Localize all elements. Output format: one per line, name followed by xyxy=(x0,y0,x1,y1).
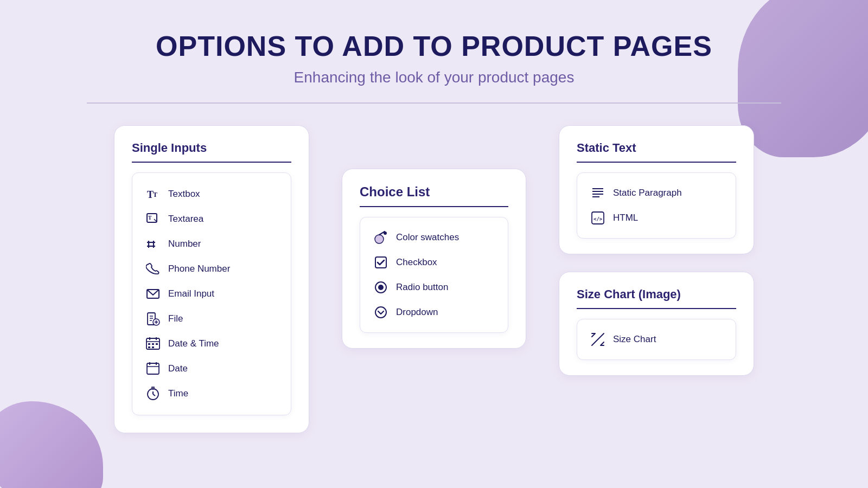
choice-list-items: Color swatches Checkbox xyxy=(360,217,508,333)
size-chart-items: Size Chart xyxy=(577,319,736,360)
list-item[interactable]: Email Input xyxy=(143,281,280,306)
list-item[interactable]: Static Paragraph xyxy=(588,181,725,206)
list-item[interactable]: Date xyxy=(143,356,280,381)
static-text-card: Static Text Static Para xyxy=(559,125,754,254)
list-item[interactable]: Phone Number xyxy=(143,256,280,281)
file-icon xyxy=(145,311,161,326)
number-icon xyxy=(145,236,161,252)
list-item-label: Textbox xyxy=(168,189,200,200)
choice-list-card: Choice List Color swatches xyxy=(342,169,526,349)
header-divider xyxy=(87,102,781,104)
right-column: Static Text Static Para xyxy=(559,125,754,376)
list-item-label: Textarea xyxy=(168,214,203,224)
list-item[interactable]: T Textarea xyxy=(143,207,280,232)
list-item-label: Time xyxy=(168,388,188,399)
svg-rect-23 xyxy=(156,343,158,345)
list-item[interactable]: Radio button xyxy=(371,275,497,300)
single-inputs-divider xyxy=(132,162,291,163)
list-item[interactable]: File xyxy=(143,306,280,331)
size-chart-card: Size Chart (Image) Size Chart xyxy=(559,272,754,376)
textbox-icon: T T xyxy=(145,187,161,202)
size-chart-icon xyxy=(590,332,605,347)
list-item[interactable]: Size Chart xyxy=(588,327,725,352)
static-text-divider xyxy=(577,162,736,163)
time-icon xyxy=(145,386,161,401)
single-inputs-title: Single Inputs xyxy=(132,141,291,155)
svg-rect-26 xyxy=(147,363,159,374)
single-inputs-list: T T Textbox T Textarea xyxy=(132,172,291,415)
list-item-label: Color swatches xyxy=(396,232,459,243)
checkbox-icon xyxy=(373,255,388,270)
dropdown-icon xyxy=(373,305,388,320)
paragraph-icon xyxy=(590,185,605,201)
list-item-label: Email Input xyxy=(168,288,214,299)
list-item[interactable]: Color swatches xyxy=(371,225,497,250)
list-item[interactable]: Time xyxy=(143,381,280,406)
list-item[interactable]: Dropdown xyxy=(371,300,497,325)
list-item-label: HTML xyxy=(613,213,638,223)
svg-point-41 xyxy=(375,307,386,318)
size-chart-divider xyxy=(577,308,736,309)
list-item[interactable]: </> HTML xyxy=(588,206,725,230)
cards-container: Single Inputs T T Textbox xyxy=(0,125,868,433)
list-item-label: Number xyxy=(168,239,201,249)
page-subtitle: Enhancing the look of your product pages xyxy=(294,69,575,86)
radio-icon xyxy=(373,280,388,295)
date-icon xyxy=(145,361,161,376)
svg-point-37 xyxy=(384,232,387,235)
list-item[interactable]: Checkbox xyxy=(371,250,497,275)
static-text-title: Static Text xyxy=(577,141,736,155)
svg-point-40 xyxy=(378,285,384,290)
svg-point-35 xyxy=(375,235,384,243)
list-item-label: Date & Time xyxy=(168,338,219,349)
textarea-icon: T xyxy=(145,211,161,227)
choice-list-title: Choice List xyxy=(360,184,508,200)
list-item-label: Radio button xyxy=(396,282,448,293)
svg-text:</>: </> xyxy=(593,216,603,222)
phone-icon xyxy=(145,261,161,277)
svg-text:T: T xyxy=(148,215,152,221)
svg-rect-21 xyxy=(148,343,150,345)
svg-rect-24 xyxy=(148,346,150,348)
list-item-label: Size Chart xyxy=(613,334,656,345)
color-swatch-icon xyxy=(373,230,388,245)
choice-list-divider xyxy=(360,206,508,207)
list-item-label: Dropdown xyxy=(396,307,438,318)
list-item-label: Static Paragraph xyxy=(613,188,682,198)
svg-text:T: T xyxy=(153,191,157,198)
svg-rect-25 xyxy=(152,346,154,348)
static-text-items: Static Paragraph </> HTML xyxy=(577,172,736,239)
list-item-label: Checkbox xyxy=(396,257,437,268)
list-item-label: Date xyxy=(168,363,188,374)
list-item[interactable]: Date & Time xyxy=(143,331,280,356)
list-item-label: Phone Number xyxy=(168,264,230,274)
svg-line-32 xyxy=(153,394,155,396)
size-chart-title: Size Chart (Image) xyxy=(577,287,736,301)
email-icon xyxy=(145,286,161,301)
list-item-label: File xyxy=(168,313,183,324)
svg-rect-22 xyxy=(152,343,154,345)
html-icon: </> xyxy=(590,210,605,226)
page-title: OPTIONS TO ADD TO PRODUCT PAGES xyxy=(156,30,712,62)
single-inputs-card: Single Inputs T T Textbox xyxy=(114,125,309,433)
datetime-icon xyxy=(145,336,161,351)
list-item[interactable]: T T Textbox xyxy=(143,182,280,207)
list-item[interactable]: Number xyxy=(143,232,280,256)
